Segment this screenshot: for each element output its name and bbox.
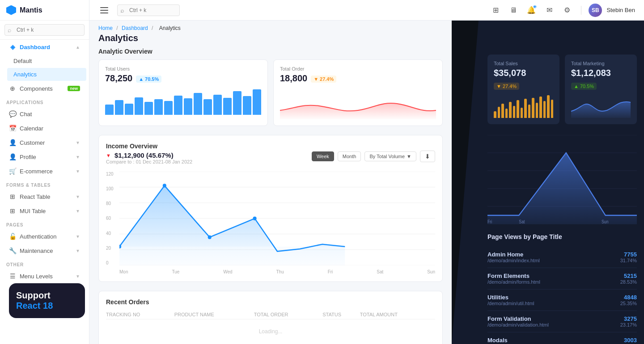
sidebar-item-customer[interactable]: 👤 Customer ▼: [3, 136, 86, 149]
recent-orders-section: Recent Orders TRACKING NO PRODUCT NAME T…: [98, 291, 443, 344]
pv-pct-3: 25.35%: [620, 301, 637, 306]
profile-icon: 👤: [9, 153, 16, 160]
pv-url-3: /demo/admin/util.html: [487, 301, 534, 306]
grid-icon[interactable]: ⊞: [489, 4, 502, 17]
total-sales-chart: [494, 93, 553, 118]
dark-stat-card-sales: Total Sales $35,078 ▼ 27.4%: [487, 55, 559, 124]
sidebar-item-authentication[interactable]: 🔓 Authentication ▼: [3, 230, 86, 243]
sidebar-item-chat[interactable]: 💬 Chat: [3, 107, 86, 121]
sidebar-item-ecommerce[interactable]: 🛒 E-commerce ▼: [3, 164, 86, 178]
sidebar-item-menu-levels[interactable]: ☰ Menu Levels ▼: [3, 269, 86, 283]
col-total-amount: TOTAL AMOUNT: [360, 310, 435, 319]
logo-icon: [6, 5, 16, 15]
react-table-icon: ⊞: [9, 193, 16, 200]
search-input[interactable]: [4, 24, 85, 36]
total-marketing-chart: [571, 93, 631, 118]
sidebar-logo: Mantis: [0, 0, 89, 21]
settings-icon[interactable]: ⚙: [560, 4, 574, 17]
total-marketing-value: $1,12,083: [571, 68, 611, 78]
line-chart-svg: [119, 172, 435, 265]
sidebar-item-default[interactable]: Default: [7, 55, 86, 67]
header-search-input[interactable]: [117, 4, 180, 16]
sidebar-item-analytics[interactable]: Analytics: [7, 68, 86, 81]
pv-title-2: Form Elements: [487, 273, 530, 279]
mail-icon[interactable]: ✉: [542, 4, 556, 17]
breadcrumb-analytics: Analytics: [159, 25, 181, 31]
chevron-down-icon8: ▼: [76, 274, 80, 279]
dark-stats-area: Total Sales $35,078 ▼ 27.4%: [487, 21, 644, 124]
pages-section-label: Pages: [0, 218, 89, 229]
search-icon: ⌕: [121, 7, 124, 13]
sidebar-item-components[interactable]: ⊕ Components new: [3, 82, 86, 95]
pv-title-1: Admin Home: [487, 251, 523, 258]
svg-text:Fri: Fri: [487, 219, 492, 224]
dashboard-icon: ◈: [9, 43, 16, 50]
orders-table: TRACKING NO PRODUCT NAME TOTAL ORDER STA…: [106, 310, 435, 344]
new-badge: new: [68, 86, 80, 91]
breadcrumb-home[interactable]: Home: [98, 25, 113, 31]
pv-url-1: /demo/admin/index.html: [487, 258, 540, 263]
page-view-item-5: Modals 3003 /demo/admin/modals.html 22.2…: [487, 332, 637, 344]
chevron-down-icon6: ▼: [76, 234, 80, 239]
dropdown-chevron: ▼: [407, 154, 411, 159]
stat-cards-row: Total Users 78,250 ▲ 70.5%: [89, 59, 452, 135]
page-views-section: Page Views by Page Title Admin Home 7755…: [487, 226, 644, 344]
download-button[interactable]: ⬇: [420, 151, 435, 162]
total-order-badge: ▼ 27.4%: [311, 76, 336, 83]
chevron-down-icon3: ▼: [76, 169, 80, 174]
arrow-down-icon: ▼: [314, 76, 318, 82]
notification-icon[interactable]: 🔔 1: [525, 4, 538, 17]
page-view-item-3: Utilities 4848 /demo/admin/util.html 25.…: [487, 289, 637, 311]
dark-income-chart-svg: Fri Sat Sun: [487, 135, 637, 224]
income-line-chart: 120100806040200: [106, 172, 435, 274]
breadcrumb-dashboard[interactable]: Dashboard: [122, 25, 148, 31]
chevron-down-icon5: ▼: [76, 209, 80, 214]
applications-section-label: Applications: [0, 96, 89, 107]
total-sales-value: $35,078: [494, 68, 526, 78]
monitor-icon[interactable]: 🖥: [507, 4, 520, 17]
sidebar-search-area: [0, 21, 89, 40]
sidebar-item-maintenance[interactable]: 🔧 Maintenance ▼: [3, 244, 86, 257]
chevron-down-icon7: ▼: [76, 248, 80, 253]
hamburger-menu[interactable]: [98, 5, 110, 15]
table-row: Loading...: [106, 319, 435, 344]
analytic-overview-title: Analytic Overview: [89, 48, 452, 59]
volume-dropdown[interactable]: By Total Volume ▼: [364, 151, 416, 161]
sidebar-item-calendar[interactable]: 📅 Calendar: [3, 122, 86, 135]
calendar-icon: 📅: [9, 125, 16, 132]
dark-income-chart-area: Fri Sat Sun: [487, 128, 644, 226]
chevron-down-icon4: ▼: [76, 194, 80, 199]
sidebar-item-profile[interactable]: 👤 Profile ▼: [3, 150, 86, 164]
pv-count-5: 3003: [624, 337, 637, 344]
arrow-up-icon: ▲: [139, 76, 144, 82]
header-divider: [581, 6, 581, 15]
top-header: ⌕ ⊞ 🖥 🔔 1 ✉ ⚙ SB Stebin Ben: [89, 0, 644, 21]
support-text1: Support: [16, 290, 78, 301]
pv-title-4: Form Validation: [487, 315, 531, 322]
month-button[interactable]: Month: [338, 151, 361, 161]
income-overview-title: Income Overview: [106, 143, 192, 151]
sidebar-item-dashboard[interactable]: ◈ Default Dashboard ▲: [3, 40, 86, 54]
week-button[interactable]: Week: [312, 151, 334, 161]
pv-count-1: 7755: [624, 251, 637, 258]
other-section-label: Other: [0, 258, 89, 269]
income-compare: Compare to : 01 Dec 2021-08 Jan 2022: [106, 159, 192, 164]
sidebar: Mantis ◈ Default Dashboard ▲ Default Ana…: [0, 0, 89, 344]
total-order-chart: [280, 88, 436, 119]
forms-tables-section-label: Forms & Tables: [0, 178, 89, 189]
pv-count-4: 3275: [624, 315, 637, 322]
total-marketing-label: Total Marketing: [571, 61, 631, 66]
right-panel: Total Sales $35,078 ▼ 27.4%: [452, 21, 644, 344]
user-name: Stebin Ben: [606, 7, 635, 13]
maintenance-icon: 🔧: [9, 247, 16, 254]
avatar: SB: [589, 4, 602, 17]
dashboard-submenu: Default Analytics: [0, 54, 89, 81]
total-users-badge: ▲ 70.5%: [136, 76, 161, 83]
support-text2: React 18: [16, 301, 78, 311]
income-value: $1,12,900 (45.67%): [114, 151, 174, 159]
breadcrumb: Home / Dashboard / Analytics: [89, 21, 452, 31]
page-view-item-4: Form Validation 3275 /demo/admin/validat…: [487, 311, 637, 332]
sidebar-item-react-table[interactable]: ⊞ React Table ▼: [3, 190, 86, 203]
sidebar-item-mui-table[interactable]: ⊞ MUI Table ▼: [3, 204, 86, 218]
chevron-down-icon2: ▼: [76, 155, 80, 159]
